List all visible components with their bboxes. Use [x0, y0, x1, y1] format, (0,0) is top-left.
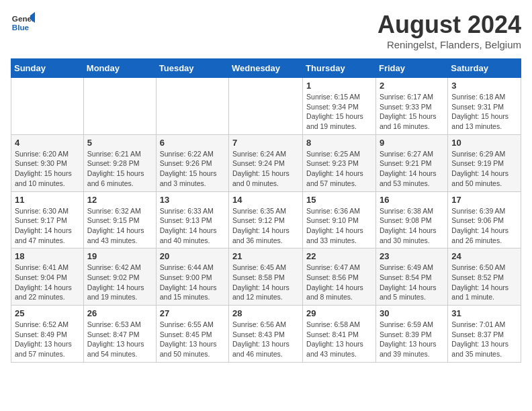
header-day-friday: Friday [375, 59, 447, 78]
day-cell: 6Sunrise: 6:22 AM Sunset: 9:26 PM Daylig… [156, 134, 228, 191]
day-number: 8 [306, 138, 372, 148]
day-cell: 10Sunrise: 6:29 AM Sunset: 9:19 PM Dayli… [448, 134, 521, 191]
day-detail: Sunrise: 6:42 AM Sunset: 9:02 PM Dayligh… [87, 263, 152, 302]
day-number: 10 [451, 138, 517, 148]
day-number: 4 [15, 138, 80, 148]
day-number: 9 [380, 138, 444, 148]
day-detail: Sunrise: 6:22 AM Sunset: 9:26 PM Dayligh… [160, 149, 225, 189]
day-detail: Sunrise: 6:30 AM Sunset: 9:17 PM Dayligh… [15, 206, 80, 246]
day-detail: Sunrise: 6:33 AM Sunset: 9:13 PM Dayligh… [160, 206, 225, 246]
week-row-2: 4Sunrise: 6:20 AM Sunset: 9:30 PM Daylig… [11, 134, 521, 191]
day-number: 14 [232, 195, 299, 205]
day-detail: Sunrise: 6:39 AM Sunset: 9:06 PM Dayligh… [451, 206, 517, 246]
header-day-saturday: Saturday [448, 59, 521, 78]
day-number: 31 [451, 308, 517, 318]
day-detail: Sunrise: 6:52 AM Sunset: 8:49 PM Dayligh… [15, 320, 80, 359]
day-cell: 29Sunrise: 6:58 AM Sunset: 8:41 PM Dayli… [303, 306, 376, 363]
day-detail: Sunrise: 6:58 AM Sunset: 8:41 PM Dayligh… [306, 320, 372, 359]
day-cell: 18Sunrise: 6:41 AM Sunset: 9:04 PM Dayli… [11, 248, 84, 306]
day-number: 28 [232, 308, 299, 318]
day-detail: Sunrise: 6:47 AM Sunset: 8:56 PM Dayligh… [306, 263, 372, 302]
day-number: 25 [15, 308, 80, 318]
day-detail: Sunrise: 6:49 AM Sunset: 8:54 PM Dayligh… [380, 263, 444, 302]
day-cell: 31Sunrise: 7:01 AM Sunset: 8:37 PM Dayli… [448, 306, 521, 363]
day-detail: Sunrise: 6:29 AM Sunset: 9:19 PM Dayligh… [451, 149, 517, 189]
title-area: August 2024 Reningelst, Flanders, Belgiu… [378, 11, 521, 50]
day-number: 1 [306, 81, 372, 91]
day-number: 21 [232, 251, 299, 261]
day-detail: Sunrise: 6:44 AM Sunset: 9:00 PM Dayligh… [160, 263, 225, 302]
day-number: 17 [451, 195, 517, 205]
day-cell: 22Sunrise: 6:47 AM Sunset: 8:56 PM Dayli… [303, 248, 376, 306]
calendar-subtitle: Reningelst, Flanders, Belgium [378, 39, 521, 50]
day-cell: 7Sunrise: 6:24 AM Sunset: 9:24 PM Daylig… [229, 134, 303, 191]
day-detail: Sunrise: 6:20 AM Sunset: 9:30 PM Dayligh… [15, 149, 80, 189]
day-cell: 9Sunrise: 6:27 AM Sunset: 9:21 PM Daylig… [375, 134, 447, 191]
day-cell: 2Sunrise: 6:17 AM Sunset: 9:33 PM Daylig… [375, 78, 447, 135]
day-number: 11 [15, 195, 80, 205]
header-day-wednesday: Wednesday [229, 59, 303, 78]
day-number: 12 [87, 195, 152, 205]
day-detail: Sunrise: 6:35 AM Sunset: 9:12 PM Dayligh… [232, 206, 299, 246]
calendar-table: SundayMondayTuesdayWednesdayThursdayFrid… [11, 58, 521, 363]
week-row-3: 11Sunrise: 6:30 AM Sunset: 9:17 PM Dayli… [11, 191, 521, 248]
day-number: 20 [160, 251, 225, 261]
day-cell: 27Sunrise: 6:55 AM Sunset: 8:45 PM Dayli… [156, 306, 228, 363]
header-row: SundayMondayTuesdayWednesdayThursdayFrid… [11, 59, 521, 78]
day-detail: Sunrise: 6:45 AM Sunset: 8:58 PM Dayligh… [232, 263, 299, 302]
day-cell: 1Sunrise: 6:15 AM Sunset: 9:34 PM Daylig… [303, 78, 376, 135]
day-cell: 26Sunrise: 6:53 AM Sunset: 8:47 PM Dayli… [83, 306, 156, 363]
logo: General Blue [11, 11, 35, 35]
day-cell: 13Sunrise: 6:33 AM Sunset: 9:13 PM Dayli… [156, 191, 228, 248]
day-detail: Sunrise: 6:56 AM Sunset: 8:43 PM Dayligh… [232, 320, 299, 359]
day-detail: Sunrise: 6:53 AM Sunset: 8:47 PM Dayligh… [87, 320, 152, 359]
day-number: 13 [160, 195, 225, 205]
day-cell: 30Sunrise: 6:59 AM Sunset: 8:39 PM Dayli… [375, 306, 447, 363]
header-day-monday: Monday [83, 59, 156, 78]
day-detail: Sunrise: 6:17 AM Sunset: 9:33 PM Dayligh… [380, 92, 444, 132]
day-cell: 4Sunrise: 6:20 AM Sunset: 9:30 PM Daylig… [11, 134, 84, 191]
day-detail: Sunrise: 6:59 AM Sunset: 8:39 PM Dayligh… [380, 320, 444, 359]
day-number: 19 [87, 251, 152, 261]
day-cell: 16Sunrise: 6:38 AM Sunset: 9:08 PM Dayli… [375, 191, 447, 248]
day-number: 26 [87, 308, 152, 318]
header-day-tuesday: Tuesday [156, 59, 228, 78]
day-cell [11, 78, 84, 135]
logo-icon: General Blue [11, 11, 35, 35]
week-row-1: 1Sunrise: 6:15 AM Sunset: 9:34 PM Daylig… [11, 78, 521, 135]
day-number: 22 [306, 251, 372, 261]
day-cell: 20Sunrise: 6:44 AM Sunset: 9:00 PM Dayli… [156, 248, 228, 306]
day-number: 24 [451, 251, 517, 261]
day-number: 29 [306, 308, 372, 318]
day-number: 23 [380, 251, 444, 261]
day-cell: 23Sunrise: 6:49 AM Sunset: 8:54 PM Dayli… [375, 248, 447, 306]
day-number: 18 [15, 251, 80, 261]
day-cell: 21Sunrise: 6:45 AM Sunset: 8:58 PM Dayli… [229, 248, 303, 306]
day-number: 27 [160, 308, 225, 318]
day-cell: 15Sunrise: 6:36 AM Sunset: 9:10 PM Dayli… [303, 191, 376, 248]
svg-text:Blue: Blue [12, 23, 30, 32]
day-detail: Sunrise: 6:50 AM Sunset: 8:52 PM Dayligh… [451, 263, 517, 302]
header-day-sunday: Sunday [11, 59, 84, 78]
day-number: 3 [451, 81, 517, 91]
day-cell [229, 78, 303, 135]
header: General Blue August 2024 Reningelst, Fla… [11, 11, 521, 50]
day-detail: Sunrise: 6:41 AM Sunset: 9:04 PM Dayligh… [15, 263, 80, 302]
day-number: 5 [87, 138, 152, 148]
day-number: 6 [160, 138, 225, 148]
day-detail: Sunrise: 6:38 AM Sunset: 9:08 PM Dayligh… [380, 206, 444, 246]
day-cell: 28Sunrise: 6:56 AM Sunset: 8:43 PM Dayli… [229, 306, 303, 363]
day-number: 7 [232, 138, 299, 148]
day-cell: 24Sunrise: 6:50 AM Sunset: 8:52 PM Dayli… [448, 248, 521, 306]
day-number: 2 [380, 81, 444, 91]
day-detail: Sunrise: 6:27 AM Sunset: 9:21 PM Dayligh… [380, 149, 444, 189]
header-day-thursday: Thursday [303, 59, 376, 78]
week-row-4: 18Sunrise: 6:41 AM Sunset: 9:04 PM Dayli… [11, 248, 521, 306]
day-cell: 25Sunrise: 6:52 AM Sunset: 8:49 PM Dayli… [11, 306, 84, 363]
day-detail: Sunrise: 6:25 AM Sunset: 9:23 PM Dayligh… [306, 149, 372, 189]
day-cell [156, 78, 228, 135]
day-number: 16 [380, 195, 444, 205]
day-cell: 5Sunrise: 6:21 AM Sunset: 9:28 PM Daylig… [83, 134, 156, 191]
week-row-5: 25Sunrise: 6:52 AM Sunset: 8:49 PM Dayli… [11, 306, 521, 363]
day-detail: Sunrise: 6:18 AM Sunset: 9:31 PM Dayligh… [451, 92, 517, 132]
